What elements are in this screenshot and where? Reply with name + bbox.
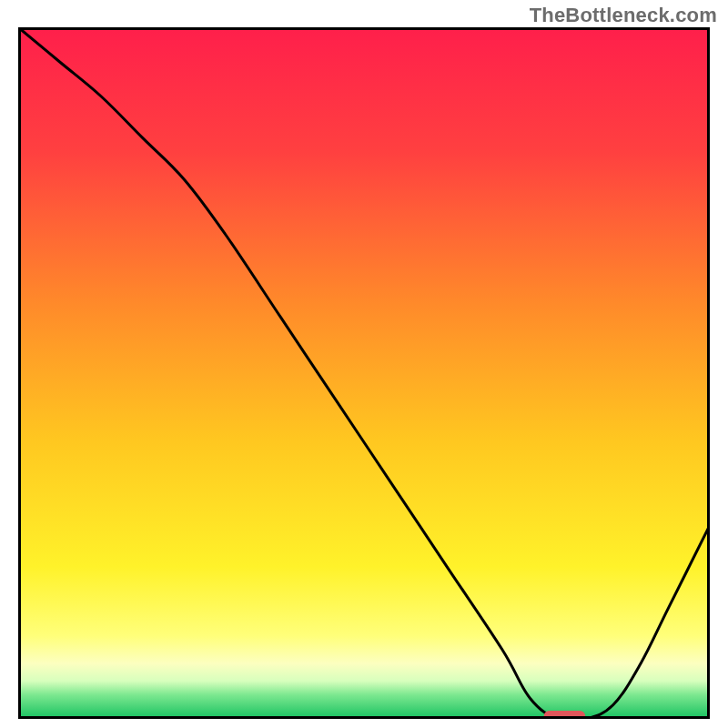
chart-container: TheBottleneck.com (0, 0, 728, 728)
bottleneck-chart (18, 27, 710, 719)
chart-background (18, 27, 710, 719)
chart-svg (18, 27, 710, 719)
watermark-text: TheBottleneck.com (530, 4, 717, 27)
